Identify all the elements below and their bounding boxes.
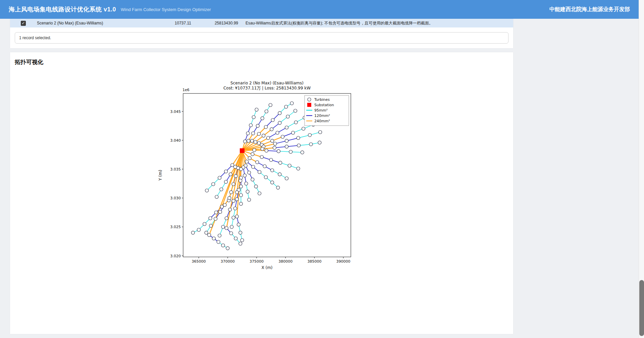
- svg-text:365000: 365000: [192, 259, 206, 264]
- scenario-description: Esau-Williams启发式算法(权衡距离与容量); 不包含可选电缆型号，且…: [238, 20, 513, 26]
- svg-text:385000: 385000: [307, 259, 321, 264]
- topology-heading: 拓扑可视化: [15, 58, 513, 66]
- check-icon: ✓: [21, 21, 25, 25]
- svg-text:390000: 390000: [336, 259, 351, 264]
- svg-text:370000: 370000: [221, 259, 235, 264]
- app-header: 海上风电场集电线路设计优化系统 v1.0 Wind Farm Collector…: [0, 0, 639, 19]
- svg-text:3.030: 3.030: [170, 196, 181, 200]
- svg-text:Turbines: Turbines: [314, 97, 330, 102]
- topology-chart: Scenario 2 (No Max) (Esau-Williams)Cost:…: [154, 79, 369, 274]
- scenario-name: Scenario 2 (No Max) (Esau-Williams): [34, 21, 168, 25]
- scrollbar-thumb[interactable]: [639, 280, 644, 336]
- svg-text:240mm²: 240mm²: [314, 119, 330, 123]
- topology-plot-svg: Scenario 2 (No Max) (Esau-Williams)Cost:…: [154, 79, 369, 272]
- page-content: ✓ Scenario 2 (No Max) (Esau-Williams) 10…: [10, 19, 513, 334]
- app-org-label: 中能建西北院海上能源业务开发部: [549, 6, 630, 13]
- table-row-scenario-2[interactable]: ✓ Scenario 2 (No Max) (Esau-Williams) 10…: [10, 19, 513, 27]
- svg-text:3.045: 3.045: [170, 110, 181, 114]
- app-title: 海上风电场集电线路设计优化系统 v1.0: [9, 5, 116, 13]
- svg-text:3.040: 3.040: [170, 138, 181, 143]
- svg-text:3.020: 3.020: [170, 254, 181, 258]
- svg-text:1e6: 1e6: [182, 88, 190, 92]
- scenario-cost: 10737.11: [168, 21, 191, 25]
- svg-text:Scenario 2 (No Max) (Esau-Will: Scenario 2 (No Max) (Esau-Williams): [230, 81, 304, 85]
- svg-text:380000: 380000: [278, 259, 292, 264]
- checkbox-cell: ✓: [10, 21, 34, 26]
- svg-text:Cost: ¥10737.11万 | Loss: 25813: Cost: ¥10737.11万 | Loss: 25813430.99 kW: [223, 86, 311, 90]
- selection-status: 1 record selected.: [15, 32, 508, 44]
- svg-text:3.025: 3.025: [170, 225, 181, 229]
- scenario-loss: 25813430.99: [191, 21, 238, 25]
- svg-text:3.035: 3.035: [170, 167, 181, 172]
- row-checkbox[interactable]: ✓: [21, 21, 26, 26]
- vertical-scrollbar[interactable]: [639, 0, 644, 338]
- svg-text:Y (m): Y (m): [158, 170, 163, 181]
- app-subtitle: Wind Farm Collector System Design Optimi…: [121, 7, 211, 12]
- svg-text:X (m): X (m): [261, 265, 272, 270]
- svg-text:120mm²: 120mm²: [314, 114, 330, 118]
- svg-text:Substation: Substation: [314, 103, 334, 107]
- results-card: ✓ Scenario 2 (No Max) (Esau-Williams) 10…: [10, 19, 513, 48]
- svg-text:375000: 375000: [250, 259, 264, 264]
- topology-card: 拓扑可视化 Scenario 2 (No Max) (Esau-Williams…: [10, 52, 513, 334]
- svg-text:95mm²: 95mm²: [314, 108, 328, 113]
